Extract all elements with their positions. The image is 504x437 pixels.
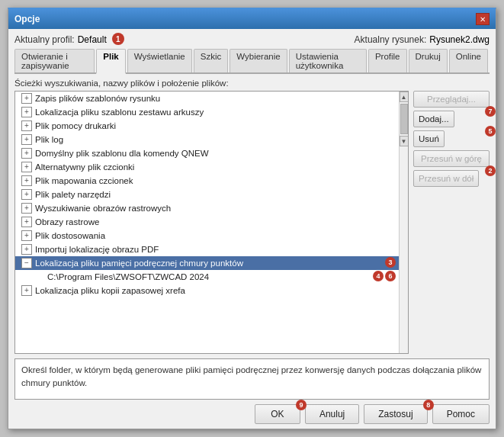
expand-icon[interactable]: + bbox=[21, 120, 32, 131]
description-area: Określ folder, w którym będą generowane … bbox=[14, 358, 490, 400]
tree-item-label: Alternatywny plik czcionki bbox=[35, 162, 396, 172]
tree-item-label: Plik mapowania czcionek bbox=[35, 176, 396, 185]
tree-item-label: Obrazy rastrowe bbox=[35, 217, 396, 227]
tree-item-label: C:\Program Files\ZWSOFT\ZWCAD 2024 bbox=[47, 272, 371, 281]
expand-icon[interactable]: + bbox=[21, 107, 32, 117]
expand-icon[interactable]: + bbox=[21, 189, 32, 200]
tree-item[interactable]: +Alternatywny plik czcionki bbox=[15, 160, 399, 174]
tree-item[interactable]: +Domyślny plik szablonu dla komendy QNEW bbox=[15, 146, 399, 160]
tree-item-label: Importuj lokalizację obrazu PDF bbox=[35, 245, 396, 254]
aktualny-rysunek-label: Aktualny rysunek: bbox=[355, 34, 427, 45]
tree-item[interactable]: C:\Program Files\ZWSOFT\ZWCAD 202446 bbox=[15, 270, 399, 284]
badge-9: 9 bbox=[296, 400, 307, 410]
expand-icon[interactable]: + bbox=[21, 244, 32, 255]
tab-szkic[interactable]: Szkic bbox=[194, 49, 228, 72]
badge-2: 2 bbox=[485, 165, 496, 176]
tree-item[interactable]: +Plik mapowania czcionek bbox=[15, 174, 399, 188]
scroll-down-button[interactable]: ▼ bbox=[400, 136, 409, 146]
tree-item[interactable]: +Plik pomocy drukarki bbox=[15, 119, 399, 133]
main-window: Opcje ✕ Aktualny profil: Default 1 Aktua… bbox=[8, 8, 496, 429]
expand-icon[interactable]: + bbox=[21, 148, 32, 159]
scrollbar: ▲ ▼ bbox=[399, 92, 408, 353]
tree-item[interactable]: +Zapis plików szablonów rysunku bbox=[15, 92, 399, 105]
expand-icon[interactable]: + bbox=[21, 230, 32, 241]
tree-item-label: Domyślny plik szablonu dla komendy QNEW bbox=[35, 149, 396, 158]
tree-item[interactable]: +Plik palety narzędzi bbox=[15, 188, 399, 201]
tree-panel: +Zapis plików szablonów rysunku+Lokaliza… bbox=[14, 91, 409, 354]
tree-item-label: Plik dostosowania bbox=[35, 231, 396, 240]
ok-button[interactable]: OK bbox=[255, 404, 300, 424]
tree-item[interactable]: +Lokalizacja pliku kopii zapasowej xrefa bbox=[15, 284, 399, 297]
przesun-gore-button[interactable]: Przesuń w górę bbox=[413, 150, 490, 167]
window-title: Opcje bbox=[14, 14, 40, 24]
tabs: Otwieranie i zapisywanie Plik Wyświetlan… bbox=[14, 49, 490, 74]
usun-button[interactable]: Usuń bbox=[413, 130, 445, 147]
tree-item-label: Lokalizacja pliku kopii zapasowej xrefa bbox=[35, 286, 396, 295]
tree-item-label: Plik pomocy drukarki bbox=[35, 121, 396, 130]
tree-item[interactable]: +Obrazy rastrowe bbox=[15, 215, 399, 229]
tree-item[interactable]: +Importuj lokalizację obrazu PDF bbox=[15, 243, 399, 256]
tab-online[interactable]: Online bbox=[449, 49, 488, 72]
content-area: Aktualny profil: Default 1 Aktualny rysu… bbox=[8, 29, 496, 429]
expand-icon[interactable]: + bbox=[21, 203, 32, 214]
title-bar-buttons: ✕ bbox=[476, 13, 490, 25]
expand-icon[interactable]: + bbox=[21, 162, 32, 172]
tree-item[interactable]: −Lokalizacja pliku pamięci podręcznej ch… bbox=[15, 256, 399, 270]
main-area: +Zapis plików szablonów rysunku+Lokaliza… bbox=[14, 91, 490, 354]
tab-plik[interactable]: Plik bbox=[96, 49, 125, 74]
tab-ustawienia[interactable]: Ustawienia użytkownika bbox=[289, 49, 367, 72]
pomoc-button[interactable]: Pomoc bbox=[432, 404, 490, 424]
tree-item[interactable]: +Plik log bbox=[15, 133, 399, 146]
expand-icon[interactable]: + bbox=[21, 175, 32, 186]
badge-8: 8 bbox=[423, 400, 434, 410]
expand-icon[interactable]: + bbox=[21, 285, 32, 296]
expand-icon[interactable]: − bbox=[21, 258, 32, 268]
scroll-up-button[interactable]: ▲ bbox=[400, 92, 409, 102]
tab-profile[interactable]: Profile bbox=[368, 49, 407, 72]
title-bar: Opcje ✕ bbox=[8, 9, 496, 29]
tree-item[interactable]: +Lokalizacja pliku szablonu zestawu arku… bbox=[15, 105, 399, 119]
tree-item-label: Zapis plików szablonów rysunku bbox=[35, 94, 396, 103]
aktualny-rysunek-value: Rysunek2.dwg bbox=[429, 34, 490, 45]
tree-item[interactable]: +Wyszukiwanie obrazów rastrowych bbox=[15, 201, 399, 215]
dodaj-button[interactable]: Dodaj... bbox=[413, 111, 454, 127]
badge-1: 1 bbox=[112, 33, 124, 45]
tab-wyswietlanie[interactable]: Wyświetlanie bbox=[127, 49, 192, 72]
expand-icon[interactable]: + bbox=[21, 134, 32, 145]
profile-right: Aktualny rysunek: Rysunek2.dwg bbox=[355, 34, 490, 45]
scroll-thumb[interactable] bbox=[400, 104, 408, 134]
aktualny-profil-value: Default bbox=[78, 34, 107, 45]
tree-item-badge: 3 bbox=[385, 257, 396, 268]
tree-item-label: Plik log bbox=[35, 135, 396, 144]
tree-item-label: Plik palety narzędzi bbox=[35, 190, 396, 199]
profile-row: Aktualny profil: Default 1 Aktualny rysu… bbox=[14, 34, 490, 46]
badge-7: 7 bbox=[485, 106, 496, 117]
expand-icon[interactable]: + bbox=[21, 217, 32, 227]
tree-item-label: Wyszukiwanie obrazów rastrowych bbox=[35, 204, 396, 213]
profile-left: Aktualny profil: Default 1 bbox=[14, 34, 124, 46]
buttons-panel: Przeglądaj... Dodaj... 7 Usuń 5 Przesuń … bbox=[413, 91, 490, 354]
zastosuj-button[interactable]: Zastosuj bbox=[364, 404, 427, 424]
close-button[interactable]: ✕ bbox=[476, 13, 490, 25]
badge-5: 5 bbox=[485, 126, 496, 137]
tree-item-badge2: 6 bbox=[385, 271, 396, 281]
tab-drukuj[interactable]: Drukuj bbox=[409, 49, 448, 72]
tree-inner: +Zapis plików szablonów rysunku+Lokaliza… bbox=[15, 92, 399, 353]
tree-item-badge: 4 bbox=[373, 271, 384, 281]
aktualny-profil-label: Aktualny profil: bbox=[14, 34, 75, 45]
tree-item-label: Lokalizacja pliku pamięci podręcznej chm… bbox=[35, 259, 383, 268]
tree-item-label: Lokalizacja pliku szablonu zestawu arkus… bbox=[35, 108, 396, 117]
section-label: Ścieżki wyszukiwania, nazwy plików i poł… bbox=[14, 79, 490, 88]
anuluj-button[interactable]: Anuluj bbox=[305, 404, 359, 424]
tree-item[interactable]: +Plik dostosowania bbox=[15, 229, 399, 243]
tab-wybieranie[interactable]: Wybieranie bbox=[230, 49, 287, 72]
tab-otwieranie[interactable]: Otwieranie i zapisywanie bbox=[14, 49, 95, 72]
przegladaj-button[interactable]: Przeglądaj... bbox=[413, 91, 490, 108]
expand-icon[interactable]: + bbox=[21, 93, 32, 104]
przesun-dol-button[interactable]: Przesuń w dół bbox=[413, 170, 479, 187]
bottom-buttons: OK 9 Anuluj Zastosuj 8 Pomoc bbox=[14, 404, 490, 424]
